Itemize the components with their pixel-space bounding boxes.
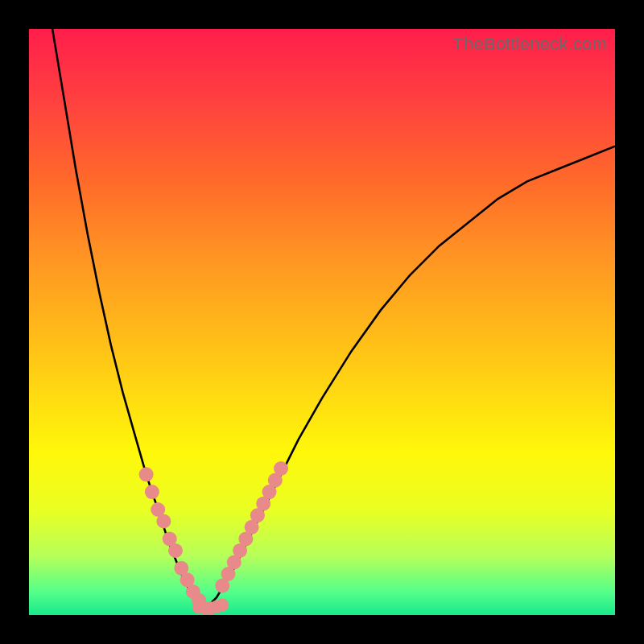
chart-canvas: TheBottleneck.com [29,29,615,615]
highlight-dot [274,461,288,476]
curve-right-branch [204,147,615,609]
highlight-dots-right [215,461,288,593]
highlight-dots-left [139,467,207,608]
highlight-dot [216,599,229,612]
highlight-dot [168,543,183,558]
curve-left-branch [52,29,204,609]
bottleneck-curve-plot [29,29,615,615]
highlight-dot [139,467,154,481]
highlight-dot [156,514,171,529]
highlight-dot [145,485,159,499]
